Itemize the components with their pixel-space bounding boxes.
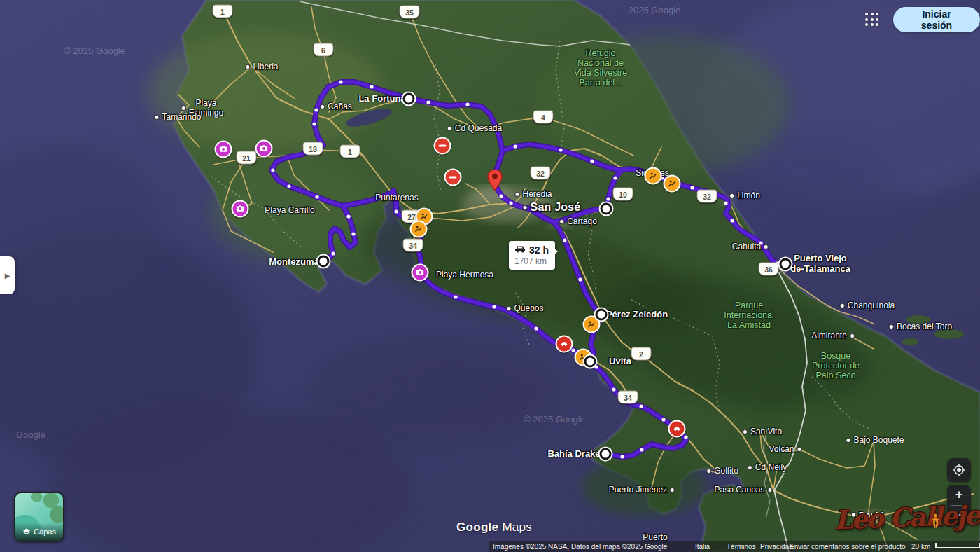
map-label-la-fortuna[interactable]: La Fortuna [358, 93, 405, 104]
route-waypoint-marker[interactable] [601, 203, 612, 215]
attribution-bar: Imágenes ©2025 NASA, Datos del mapa ©202… [489, 541, 980, 552]
map-label-uvita[interactable]: Uvita [609, 356, 631, 366]
map-label-montezuma[interactable]: Montezuma [269, 256, 319, 267]
my-location-icon [953, 464, 965, 476]
noentry-icon[interactable] [434, 137, 451, 155]
camera-icon[interactable] [232, 200, 249, 218]
feedback-link[interactable]: Enviar comentarios sobre el producto [790, 543, 906, 551]
route-shield-35: 35 [400, 6, 420, 19]
place-dot [706, 469, 711, 474]
my-location-button[interactable] [947, 458, 971, 482]
camera-icon[interactable] [412, 264, 429, 282]
place-dot [743, 429, 748, 434]
map-label-san-jos[interactable]: San José [523, 201, 581, 214]
map-label-heredia[interactable]: Heredia [514, 189, 552, 199]
terms-link[interactable]: Términos [727, 543, 756, 551]
route-waypoint-marker[interactable] [403, 93, 415, 105]
signin-button[interactable]: Iniciar sesión [893, 7, 980, 32]
crash-icon[interactable] [556, 336, 573, 353]
layers-icon [22, 527, 31, 536]
place-dot [840, 303, 845, 308]
place-dot [729, 193, 734, 198]
map-watermark-google: Google [16, 429, 46, 440]
google-maps-logo[interactable]: Google Maps [456, 520, 532, 534]
place-dot [514, 192, 519, 197]
route-shield-1: 1 [213, 5, 233, 18]
map-label-bajo-boquete[interactable]: Bajo Boquete [846, 435, 904, 445]
map-label-quepos[interactable]: Quepos [506, 303, 543, 313]
map-label-cd-quesada[interactable]: Cd Quesada [447, 123, 502, 133]
camera-icon[interactable] [255, 140, 273, 158]
map-label-puerto[interactable]: Puerto [643, 532, 667, 542]
map-label-almirante[interactable]: Almirante [811, 331, 855, 340]
map-label-puerto-viejo[interactable]: Puerto Viejode-Talamanca [790, 253, 850, 274]
route-shield-18: 18 [303, 142, 323, 156]
route-waypoint-marker[interactable] [600, 448, 612, 460]
route-shield-32: 32 [697, 190, 718, 203]
hiker-figure-icon [931, 513, 940, 532]
map-label-cartago[interactable]: Cartago [559, 216, 597, 226]
creator-watermark: Leo Callejero [834, 499, 980, 536]
roadwork-icon[interactable] [645, 167, 662, 185]
place-dot [154, 115, 159, 120]
privacy-link[interactable]: Privacidad [760, 543, 793, 551]
route-info-tooltip[interactable]: 32 h 1707 km [509, 241, 555, 270]
car-icon [514, 244, 526, 256]
map-label-playa-carrillo[interactable]: Playa Carrillo [265, 205, 314, 215]
route-waypoint-marker[interactable] [780, 258, 792, 270]
noentry-icon[interactable] [444, 169, 462, 186]
route-waypoint-marker[interactable] [596, 309, 608, 321]
route-duration: 32 h [529, 244, 549, 256]
park-label-bosque: BosqueProtector dePalo Seco [812, 351, 860, 380]
map-label-puntarenas[interactable]: Puntarenas [375, 193, 418, 202]
map-overlay: LiberiaPlayaFlamingoTamarindoCañasLa For… [0, 0, 980, 552]
map-label-tamarindo[interactable]: Tamarindo [154, 112, 201, 122]
map-label-liberia[interactable]: Liberia [245, 62, 278, 71]
map-label-puerto-jim-nez[interactable]: Puerto Jiménez [609, 485, 675, 495]
map-label-san-vito[interactable]: San Vito [743, 427, 782, 436]
side-panel-toggle[interactable]: ▶ [0, 256, 15, 294]
map-label-changuinola[interactable]: Changuinola [840, 301, 895, 310]
map-watermark-2025-google: 2025 Google [629, 5, 680, 15]
map-label-volc-n[interactable]: Volcán [769, 444, 802, 454]
route-shield-6: 6 [314, 43, 334, 57]
place-dot [506, 306, 511, 311]
map-label-cahuita[interactable]: Cahuita [732, 242, 769, 251]
roadwork-icon[interactable] [664, 175, 681, 193]
place-dot [768, 488, 773, 492]
crash-icon[interactable] [668, 420, 686, 438]
scale-bar [935, 543, 980, 548]
map-label-p-rez-zeled-n[interactable]: Pérez Zeledón [606, 309, 668, 319]
map-label-lim-n[interactable]: Limón [729, 191, 760, 200]
park-label-refugio: RefugioNacional deVida SilvestreBarra de… [574, 48, 627, 88]
place-dot [447, 126, 452, 131]
map-credits: Imágenes ©2025 NASA, Datos del mapa ©202… [493, 543, 667, 551]
chevron-right-icon: ▶ [5, 272, 10, 280]
map-label-bocas-del-toro[interactable]: Bocas del Toro [889, 322, 952, 331]
roadwork-icon[interactable] [410, 221, 428, 238]
map-label-ca-as[interactable]: Cañas [320, 102, 352, 111]
camera-icon[interactable] [215, 141, 232, 158]
map-label-golfito[interactable]: Golfito [706, 466, 738, 476]
route-shield-34: 34 [618, 391, 638, 404]
route-waypoint-marker[interactable] [584, 356, 596, 368]
route-shield-34: 34 [403, 239, 424, 252]
route-waypoint-marker[interactable] [318, 256, 330, 268]
destination-pin[interactable] [487, 169, 503, 194]
layers-label: Capas [34, 527, 56, 536]
map-label-paso-canoas[interactable]: Paso Canoas [714, 485, 772, 495]
route-shield-4: 4 [533, 111, 554, 124]
route-shield-10: 10 [613, 188, 634, 201]
place-dot [846, 438, 850, 443]
layers-button[interactable]: Capas [14, 492, 64, 542]
google-apps-grid-icon[interactable] [865, 13, 879, 27]
map-label-playa-hermosa[interactable]: Playa Hermosa [436, 270, 493, 280]
map-label-bah-a-drake[interactable]: Bahía Drake [547, 448, 600, 459]
route-shield-36: 36 [759, 263, 779, 276]
route-shield-2: 2 [631, 347, 652, 361]
place-dot [523, 205, 528, 210]
place-dot [181, 106, 186, 111]
place-dot [889, 324, 894, 329]
region-label[interactable]: Italia [695, 543, 710, 551]
map-label-cd-neily[interactable]: Cd Neily [748, 462, 787, 472]
